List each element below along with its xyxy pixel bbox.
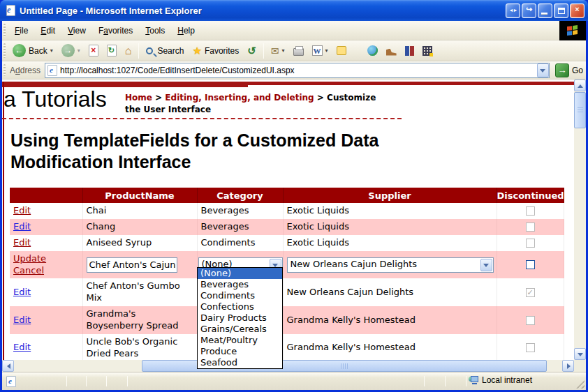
maximize-button[interactable] bbox=[554, 3, 568, 18]
scroll-left-button[interactable] bbox=[2, 360, 14, 372]
go-button[interactable]: → bbox=[555, 63, 569, 77]
vertical-scrollbar[interactable] bbox=[574, 80, 586, 360]
category-option[interactable]: Seafood bbox=[198, 357, 282, 368]
mail-dropdown-caret[interactable]: ▾ bbox=[282, 47, 285, 54]
forward-icon: → bbox=[61, 44, 75, 57]
grid-edit-row: Update Cancel(None)New Orleans Cajun Del… bbox=[10, 251, 564, 279]
scroll-down-button[interactable] bbox=[574, 348, 586, 360]
menu-bar-grip[interactable] bbox=[3, 24, 6, 37]
toolbar-grip[interactable] bbox=[3, 43, 6, 57]
zone-label: Local intranet bbox=[482, 375, 532, 385]
product-cell: Chef Anton's Gumbo Mix bbox=[82, 278, 197, 306]
category-option[interactable]: Condiments bbox=[198, 290, 282, 301]
messenger-button[interactable] bbox=[418, 44, 436, 58]
refresh-button[interactable]: ↻ bbox=[103, 43, 121, 59]
category-option[interactable]: Produce bbox=[198, 346, 282, 357]
breadcrumb-section-link[interactable]: Editing, Inserting, and Deleting bbox=[165, 93, 314, 103]
supplier-select[interactable]: New Orleans Cajun Delights bbox=[287, 257, 494, 273]
edit-link[interactable]: Edit bbox=[13, 237, 31, 248]
stop-button[interactable]: × bbox=[84, 43, 103, 59]
research-button[interactable] bbox=[401, 43, 418, 58]
pan-left-right-button[interactable]: ◄► bbox=[506, 3, 520, 18]
discontinued-checkbox-disabled bbox=[526, 206, 535, 216]
discontinued-checkbox-disabled bbox=[526, 223, 535, 232]
page-icon bbox=[47, 65, 57, 76]
menu-favorites[interactable]: Favorites bbox=[92, 23, 139, 38]
menu-tools[interactable]: Tools bbox=[139, 23, 171, 38]
history-button[interactable]: ↺ bbox=[243, 43, 260, 58]
address-dropdown-button[interactable] bbox=[537, 63, 549, 77]
standard-toolbar: ← Back ▾ → ▾ × ↻ ⌂ Search ★ Favorites ↺ … bbox=[2, 40, 586, 61]
close-button[interactable]: × bbox=[570, 3, 585, 18]
address-input[interactable] bbox=[60, 66, 536, 75]
discontinued-checkbox[interactable] bbox=[526, 260, 535, 269]
menu-file[interactable]: File bbox=[8, 23, 34, 38]
edit-link[interactable]: Edit bbox=[13, 287, 31, 297]
search-button[interactable]: Search bbox=[142, 44, 188, 58]
favorites-star-icon: ★ bbox=[192, 45, 201, 56]
grid-header-row: ProductNameCategorySupplierDiscontinued bbox=[10, 188, 564, 203]
back-button[interactable]: ← Back ▾ bbox=[8, 42, 57, 59]
grid-row: EditChef Anton's Gumbo MixNew Orleans Ca… bbox=[10, 278, 564, 306]
favorites-button[interactable]: ★ Favorites bbox=[188, 43, 243, 58]
product-name-input[interactable] bbox=[87, 257, 177, 273]
mail-button[interactable]: ✉▾ bbox=[267, 44, 289, 58]
forward-button[interactable]: → ▾ bbox=[57, 42, 84, 59]
supplier-select-value: New Orleans Cajun Delights bbox=[288, 259, 480, 271]
home-button[interactable]: ⌂ bbox=[121, 43, 136, 59]
category-cell: Condiments bbox=[197, 235, 283, 251]
resize-grip[interactable] bbox=[576, 380, 585, 389]
scroll-right-button[interactable] bbox=[562, 360, 574, 372]
vertical-scroll-thumb[interactable] bbox=[574, 92, 586, 128]
address-label: Address bbox=[10, 66, 41, 75]
word-dropdown-caret[interactable]: ▾ bbox=[325, 47, 328, 54]
chevron-down-icon[interactable] bbox=[480, 259, 492, 271]
update-link[interactable]: Update bbox=[13, 253, 46, 264]
edit-link[interactable]: Edit bbox=[13, 342, 31, 352]
breadcrumb-home-link[interactable]: Home bbox=[125, 93, 152, 103]
msn-addon-button[interactable] bbox=[363, 43, 382, 58]
horizontal-scrollbar[interactable] bbox=[2, 360, 574, 372]
back-dropdown-caret[interactable]: ▾ bbox=[50, 47, 53, 54]
minimize-button[interactable] bbox=[538, 3, 552, 18]
menu-help[interactable]: Help bbox=[171, 23, 201, 38]
address-bar-grip[interactable] bbox=[3, 64, 6, 77]
grid-header-productname: ProductName bbox=[82, 188, 197, 203]
edit-link[interactable]: Edit bbox=[13, 221, 31, 232]
browser-window: e Untitled Page - Microsoft Internet Exp… bbox=[0, 0, 588, 392]
scroll-up-button[interactable] bbox=[574, 80, 586, 91]
supplier-cell: Exotic Liquids bbox=[283, 203, 497, 219]
menu-edit[interactable]: Edit bbox=[34, 23, 61, 38]
mail-icon: ✉ bbox=[271, 46, 279, 56]
refresh-icon: ↻ bbox=[107, 45, 117, 56]
supplier-cell: Grandma Kelly's Homestead bbox=[283, 306, 497, 334]
cancel-link[interactable]: Cancel bbox=[13, 265, 44, 276]
product-cell: Chang bbox=[82, 219, 197, 235]
edit-link[interactable]: Edit bbox=[13, 315, 31, 325]
address-combo[interactable] bbox=[45, 63, 550, 78]
print-icon bbox=[293, 48, 304, 56]
menu-view[interactable]: View bbox=[61, 23, 92, 38]
category-option[interactable]: Dairy Products bbox=[198, 312, 282, 324]
title-bar[interactable]: e Untitled Page - Microsoft Internet Exp… bbox=[0, 0, 588, 21]
search-icon bbox=[146, 47, 153, 54]
print-button[interactable] bbox=[289, 43, 308, 58]
detach-button[interactable]: ↪ bbox=[522, 3, 536, 18]
page-content-area: a Tutorials Home > Editing, Inserting, a… bbox=[2, 80, 586, 372]
security-zone-pane: Local intranet bbox=[469, 375, 532, 385]
shopping-addon-button[interactable] bbox=[382, 44, 401, 58]
category-option[interactable]: Confections bbox=[198, 301, 282, 312]
grid-row: EditChangBeveragesExotic Liquids bbox=[10, 219, 564, 235]
edit-link[interactable]: Edit bbox=[13, 205, 31, 216]
forward-dropdown-caret[interactable]: ▾ bbox=[78, 47, 80, 54]
category-option[interactable]: (None) bbox=[198, 268, 282, 279]
category-option[interactable]: Grains/Cereals bbox=[198, 324, 282, 335]
discuss-button[interactable] bbox=[332, 44, 351, 57]
discontinued-checkbox-disabled bbox=[526, 343, 535, 352]
category-option[interactable]: Beverages bbox=[198, 279, 282, 290]
ie-app-icon: e bbox=[5, 4, 17, 17]
category-option[interactable]: Meat/Poultry bbox=[198, 335, 282, 346]
search-label: Search bbox=[157, 46, 184, 56]
back-icon: ← bbox=[13, 44, 26, 57]
edit-with-word-button[interactable]: W▾ bbox=[308, 43, 332, 58]
